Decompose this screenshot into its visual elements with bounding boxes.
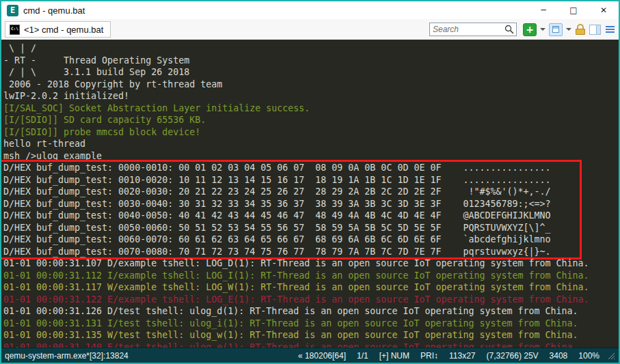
- hexdump-highlight-box: D/HEX buf_dump_test: 0000-0010: 00 01 02…: [1, 162, 580, 257]
- terminal-output[interactable]: \ | / - RT - Thread Operating System / |…: [1, 40, 619, 348]
- conemu-window: E cmd - qemu.bat ─ □ ✕ C:\. <1> cmd - qe…: [0, 0, 620, 364]
- console-line: hello rt-thread: [3, 138, 619, 150]
- tab-label: <1> cmd - qemu.bat: [24, 25, 103, 35]
- plus-icon: +: [526, 24, 534, 36]
- status-item: (7,32766) 25V: [487, 351, 539, 361]
- status-item: PRI↕: [420, 351, 438, 361]
- hexdump-line: D/HEX buf_dump_test: 0000-0010: 00 01 02…: [3, 162, 551, 174]
- console-list-button[interactable]: [549, 23, 563, 36]
- menu-button[interactable]: [604, 25, 616, 34]
- panel-icon: [596, 25, 600, 34]
- status-item: [+] NUM: [379, 351, 409, 361]
- hexdump-line: D/HEX buf_dump_test: 0010-0020: 10 11 12…: [3, 174, 551, 186]
- maximize-button[interactable]: □: [558, 1, 589, 19]
- console-line: 01-01 00:00:31.117 W/example tshell: LOG…: [3, 281, 619, 294]
- status-item: 1/1: [357, 351, 368, 361]
- console-line: 01-01 00:00:31.126 D/test tshell: ulog_d…: [3, 305, 619, 318]
- status-items: « 180206[64] 1/1 [+] NUM PRI↕ 113x27 (7,…: [298, 351, 599, 361]
- cmd-icon: C:\.: [10, 25, 20, 35]
- console-line: [I/[SDIO]] probe mmcsd block device!: [3, 126, 619, 139]
- tab-bar: C:\. <1> cmd - qemu.bat +: [1, 19, 619, 40]
- toolbar: +: [429, 23, 619, 36]
- status-item: 113x27: [449, 351, 475, 361]
- chevron-down-icon[interactable]: [566, 28, 571, 33]
- search-input[interactable]: [430, 25, 504, 34]
- sidebar-toggle-button[interactable]: [589, 25, 601, 35]
- console-line: 01-01 00:00:31.112 I/example tshell: LOG…: [3, 270, 619, 282]
- conemu-app-icon: E: [7, 5, 18, 16]
- status-item: 100%: [578, 351, 599, 361]
- process-name: qemu-system-arm.exe*[32]:13824: [5, 351, 129, 361]
- window-title: cmd - qemu.bat: [23, 5, 85, 16]
- console-window-icon: [552, 26, 559, 33]
- title-bar[interactable]: E cmd - qemu.bat ─ □ ✕: [1, 1, 619, 19]
- minimize-button[interactable]: ─: [528, 1, 558, 19]
- close-button[interactable]: ✕: [589, 1, 619, 19]
- console-lines-before: \ | / - RT - Thread Operating System / |…: [3, 42, 619, 162]
- console-line: 01-01 00:00:31.122 E/example tshell: LOG…: [3, 294, 619, 306]
- hexdump-line: D/HEX buf_dump_test: 0070-0080: 70 71 72…: [3, 246, 551, 258]
- window-controls: ─ □ ✕: [528, 1, 619, 19]
- hexdump-line: D/HEX buf_dump_test: 0020-0030: 20 21 22…: [3, 186, 551, 198]
- search-box: [429, 23, 517, 36]
- hamburger-icon: [606, 26, 615, 27]
- console-lines-after: 01-01 00:00:31.107 D/example tshell: LOG…: [3, 257, 619, 348]
- console-line: - RT - Thread Operating System: [3, 55, 619, 67]
- console-line: [I/SAL_SOC] Socket Abstraction Layer ini…: [3, 102, 619, 115]
- console-line: 01-01 00:00:31.107 D/example tshell: LOG…: [3, 257, 619, 270]
- console-line: 01-01 00:00:31.140 E/test tshell: ulog_e…: [3, 341, 619, 348]
- console-line: 01-01 00:00:31.135 W/test tshell: ulog_w…: [3, 329, 619, 341]
- console-line: 2006 - 2018 Copyright by rt-thread team: [3, 79, 619, 91]
- resize-grip[interactable]: [606, 351, 615, 360]
- status-bar: qemu-system-arm.exe*[32]:13824 « 180206[…: [1, 348, 619, 363]
- hexdump-line: D/HEX buf_dump_test: 0040-0050: 40 41 42…: [3, 210, 551, 222]
- lock-button[interactable]: [575, 23, 586, 36]
- console-line: 01-01 00:00:31.131 I/test tshell: ulog_i…: [3, 318, 619, 330]
- new-console-button[interactable]: +: [523, 23, 537, 36]
- hexdump-line: D/HEX buf_dump_test: 0030-0040: 30 31 32…: [3, 198, 551, 210]
- chevron-down-icon[interactable]: [540, 28, 545, 33]
- console-line: \ | /: [3, 42, 619, 55]
- console-line: [I/[SDIO]] SD card capacity 65536 KB.: [3, 114, 619, 126]
- console-line: msh />ulog example: [3, 150, 619, 163]
- tab-cmd-qemu[interactable]: C:\. <1> cmd - qemu.bat: [5, 21, 111, 38]
- console-line: / | \ 3.1.1 build Sep 26 2018: [3, 66, 619, 79]
- status-item: 3408: [550, 351, 568, 361]
- console-line: lwIP-2.0.2 initialized!: [3, 90, 619, 102]
- status-item: « 180206[64]: [298, 351, 346, 361]
- hexdump-line: D/HEX buf_dump_test: 0050-0060: 50 51 52…: [3, 222, 551, 234]
- search-icon: [504, 25, 514, 34]
- hexdump-line: D/HEX buf_dump_test: 0060-0070: 60 61 62…: [3, 234, 551, 246]
